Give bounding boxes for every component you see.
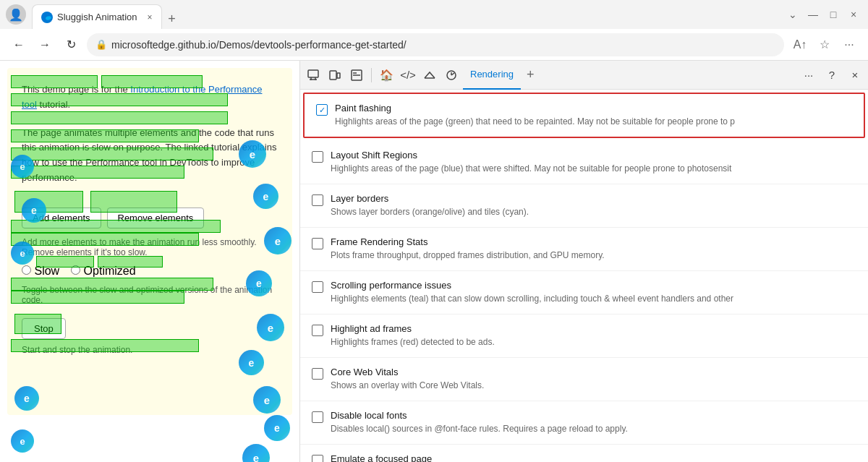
title-bar: 👤 Sluggish Animation × + ⌄ — □ ×: [0, 0, 868, 29]
devtools-panel: 🏠 </> Rendering + ··· ? × Paint flashing…: [300, 61, 868, 462]
tab-bar: Sluggish Animation × +: [32, 0, 778, 29]
browser-more-button[interactable]: ···: [839, 35, 859, 55]
checkbox-frame-rendering[interactable]: [312, 238, 323, 249]
devtools-more-button[interactable]: ···: [799, 65, 819, 85]
page-action-buttons: Add elements Remove elements: [22, 208, 278, 228]
new-tab-button[interactable]: +: [162, 9, 182, 29]
checkbox-core-web-vitals[interactable]: [312, 368, 323, 380]
address-bar-actions: A↑ ☆ ···: [790, 35, 859, 55]
back-button[interactable]: ←: [9, 35, 29, 55]
page-description: The page animates multiple elements and …: [22, 126, 278, 186]
dropdown-button[interactable]: ⌄: [784, 6, 801, 23]
rendering-tab[interactable]: Rendering: [463, 61, 521, 90]
slow-radio-label[interactable]: Slow: [22, 265, 59, 278]
checkbox-highlight-ads[interactable]: [312, 325, 323, 336]
network-icon[interactable]: [420, 65, 440, 85]
rendering-item-scrolling-perf: Scrolling performance issuesHighlights e…: [300, 271, 868, 315]
edge-logo-icon: e: [253, 386, 281, 414]
svg-rect-4: [337, 73, 340, 78]
rendering-item-desc: Highlights areas of the page (blue) that…: [331, 162, 856, 175]
page-inner: This demo page is for the Introduction t…: [7, 68, 292, 415]
rendering-item-title: Paint flashing: [335, 103, 852, 114]
refresh-button[interactable]: ↻: [61, 35, 81, 55]
url-bar[interactable]: 🔒 microsoftedge.github.io/Demos/devtools…: [87, 33, 784, 56]
edge-logo-icon: e: [264, 415, 290, 441]
slow-radio[interactable]: [22, 265, 31, 275]
lock-icon: 🔒: [95, 39, 107, 50]
speed-toggle: Slow Optimized: [22, 265, 278, 278]
rendering-item-title: Highlight ad frames: [331, 323, 856, 334]
url-text: microsoftedge.github.io/Demos/devtools-p…: [111, 39, 407, 51]
minimize-button[interactable]: —: [804, 6, 822, 23]
edge-logo-icon: e: [242, 444, 270, 462]
start-stop-hint: Start and stop the animation.: [22, 345, 278, 355]
main-area: This demo page is for the Introduction t…: [0, 61, 868, 462]
tab-title: Sluggish Animation: [57, 12, 137, 22]
checkbox-scrolling-perf[interactable]: [312, 281, 323, 293]
rendering-item-desc: Plots frame throughput, dropped frames d…: [331, 249, 856, 262]
rendering-item-title: Disable local fonts: [331, 410, 856, 421]
rendering-item-paint-flashing: Paint flashingHighlights areas of the pa…: [303, 93, 865, 138]
devtools-toolbar: 🏠 </> Rendering + ··· ? ×: [300, 61, 868, 90]
rendering-item-title: Frame Rendering Stats: [331, 236, 856, 247]
add-elements-button[interactable]: Add elements: [22, 208, 101, 228]
rendering-item-desc: Highlights elements (teal) that can slow…: [331, 292, 856, 305]
address-bar: ← → ↻ 🔒 microsoftedge.github.io/Demos/de…: [0, 29, 868, 61]
checkbox-layer-borders[interactable]: [312, 194, 323, 206]
window-controls: ⌄ — □ ×: [784, 6, 862, 23]
performance-icon[interactable]: [441, 65, 461, 85]
tab-favicon-icon: [41, 12, 53, 23]
page-text-2: tutorial.: [37, 99, 70, 110]
checkbox-focused-page[interactable]: [312, 455, 323, 462]
read-aloud-button[interactable]: A↑: [790, 35, 810, 55]
rendering-item-desc: Highlights areas of the page (green) tha…: [335, 115, 852, 128]
edge-logo-icon: e: [257, 314, 284, 341]
radio-hint: Toggle between the slow and optimized ve…: [22, 285, 278, 305]
favorite-button[interactable]: ☆: [814, 35, 835, 55]
devtools-close-button[interactable]: ×: [845, 65, 865, 85]
rendering-item-layer-borders: Layer bordersShows layer borders (orange…: [300, 184, 868, 228]
checkbox-disable-fonts[interactable]: [312, 411, 323, 423]
console-icon[interactable]: [346, 65, 367, 85]
add-tab-button[interactable]: +: [522, 67, 539, 82]
devtools-toolbar-right: ··· ? ×: [799, 65, 865, 85]
remove-elements-button[interactable]: Remove elements: [107, 208, 205, 228]
rendering-item-highlight-ads: Highlight ad framesHighlights frames (re…: [300, 315, 868, 358]
svg-rect-2: [308, 70, 318, 77]
optimized-radio-label[interactable]: Optimized: [71, 265, 135, 278]
checkbox-layout-shift[interactable]: [312, 151, 323, 163]
edge-logo-icon: e: [11, 429, 34, 453]
checkbox-paint-flashing[interactable]: [316, 104, 328, 116]
inspect-element-icon[interactable]: [303, 65, 323, 85]
forward-button[interactable]: →: [35, 35, 55, 55]
rendering-item-desc: Shows layer borders (orange/olive) and t…: [331, 205, 856, 218]
rendering-item-desc: Shows an overlay with Core Web Vitals.: [331, 379, 856, 392]
elements-hint: Add more elements to make the animation …: [22, 237, 278, 257]
rendering-item-desc: Highlights frames (red) detected to be a…: [331, 335, 856, 348]
rendering-item-focused-page: Emulate a focused pageEmulates a focused…: [300, 445, 868, 462]
optimized-radio[interactable]: [71, 265, 80, 275]
profile-icon[interactable]: 👤: [6, 4, 26, 25]
rendering-item-frame-rendering: Frame Rendering StatsPlots frame through…: [300, 228, 868, 271]
browser-tab[interactable]: Sluggish Animation ×: [32, 4, 162, 29]
code-icon[interactable]: </>: [398, 65, 418, 85]
svg-rect-3: [330, 71, 336, 80]
page-text-1: This demo page is for the: [22, 84, 130, 95]
rendering-item-title: Layer borders: [331, 193, 856, 204]
device-toolbar-icon[interactable]: [325, 65, 345, 85]
rendering-item-desc: Disables local() sources in @font-face r…: [331, 422, 856, 435]
stop-button[interactable]: Stop: [22, 318, 66, 339]
rendering-item-layout-shift: Layout Shift RegionsHighlights areas of …: [300, 141, 868, 184]
rendering-item-title: Layout Shift Regions: [331, 150, 856, 161]
edge-logo-icon: e: [14, 386, 39, 411]
maximize-button[interactable]: □: [825, 6, 842, 23]
tab-close-button[interactable]: ×: [148, 12, 153, 22]
devtools-help-button[interactable]: ?: [822, 65, 842, 85]
rendering-item-title: Core Web Vitals: [331, 367, 856, 377]
browser-page: This demo page is for the Introduction t…: [0, 61, 300, 462]
close-window-button[interactable]: ×: [845, 6, 862, 23]
home-icon[interactable]: 🏠: [376, 65, 396, 85]
toolbar-divider-1: [371, 68, 372, 82]
page-intro: This demo page is for the Introduction t…: [22, 82, 278, 113]
rendering-panel-content: Paint flashingHighlights areas of the pa…: [300, 90, 868, 462]
